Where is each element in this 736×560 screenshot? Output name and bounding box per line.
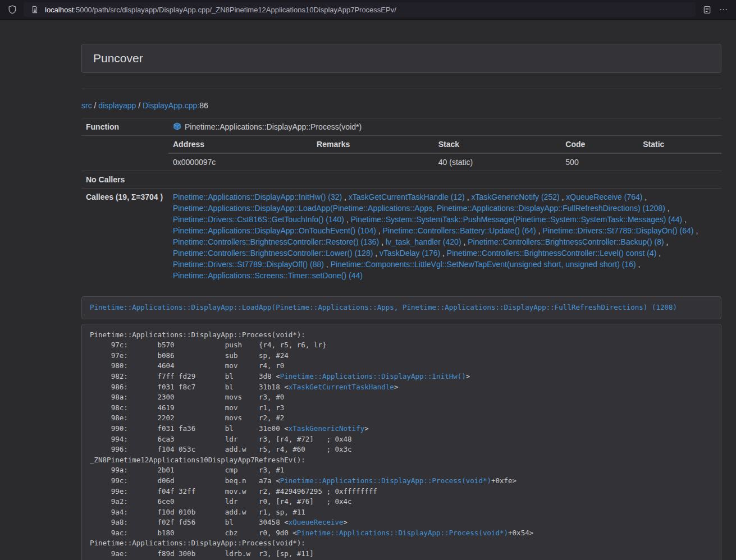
symbol-type-icon [173,122,181,131]
callee-separator: , [376,226,383,235]
callee-separator: , [664,237,669,246]
breadcrumb-link[interactable]: displayapp [98,101,136,110]
symbol-link[interactable]: Pinetime::Applications::DisplayApp::Proc… [297,529,508,537]
function-label: Function [81,118,168,136]
callee-separator: , [642,192,647,201]
page-title: Puncover [93,52,143,65]
callee-link[interactable]: Pinetime::Controllers::BrightnessControl… [173,249,373,258]
callee-link[interactable]: Pinetime::Applications::Screens::Timer::… [173,271,363,280]
callees-list: Pinetime::Applications::DisplayApp::Init… [168,189,721,284]
reader-view-icon[interactable] [701,4,712,15]
callee-separator: , [536,226,543,235]
address-row: 0x0000097c 40 (static) 500 [168,153,721,171]
callee-link[interactable]: lv_task_handler (420) [386,237,461,246]
page-content: Puncover src / displayapp / DisplayApp.c… [81,44,721,560]
callee-link[interactable]: Pinetime::Controllers::BrightnessControl… [468,237,664,246]
column-remarks: Remarks [312,136,434,153]
callee-link[interactable]: Pinetime::Controllers::BrightnessControl… [173,237,379,246]
tracking-protection-shield-icon[interactable] [7,4,18,15]
breadcrumb-separator: / [92,101,99,110]
callee-link[interactable]: vTaskDelay (176) [380,249,440,258]
callee-link[interactable]: Pinetime::Controllers::BrightnessControl… [447,249,656,258]
callee-link[interactable]: Pinetime::Applications::DisplayApp::Init… [173,192,342,201]
symbol-link[interactable]: Pinetime::Applications::DisplayApp::Proc… [280,476,491,485]
callee-separator: , [636,260,641,269]
breadcrumb-separator: / [136,101,143,110]
callee-link[interactable]: Pinetime::Applications::DisplayApp::Load… [173,204,665,213]
breadcrumb-link[interactable]: DisplayApp.cpp: [143,101,199,110]
browser-toolbar: localhost:5000/path/src/displayapp/Displ… [0,0,736,20]
address-value: 0x0000097c [168,153,312,171]
callee-link[interactable]: Pinetime::Controllers::Battery::Update()… [383,226,536,235]
callee-link[interactable]: xTaskGenericNotify (252) [471,192,559,201]
callee-link[interactable]: Pinetime::System::SystemTask::PushMessag… [351,215,683,224]
callee-separator: , [342,192,349,201]
function-table: Function Pinetime::Applications::Display… [81,118,721,284]
url-path: :5000/path/src/displayapp/DisplayApp.cpp… [74,6,396,14]
breadcrumb: src / displayapp / DisplayApp.cpp:86 [81,100,721,111]
callee-link[interactable]: xTaskGetCurrentTaskHandle (12) [349,192,465,201]
symbol-link[interactable]: Pinetime::Applications::DisplayApp::Init… [280,372,466,380]
no-callers-row: No Callers [81,171,721,189]
static-value [638,153,721,171]
code-size-value: 500 [561,153,638,171]
callee-link[interactable]: Pinetime::Drivers::St7789::DisplayOn() (… [542,226,693,235]
disassembly: Pinetime::Applications::DisplayApp::Proc… [81,324,721,560]
callees-row: Callees (19, Σ=3704 ) Pinetime::Applicat… [81,189,721,284]
callee-link[interactable]: Pinetime::Drivers::Cst816S::GetTouchInfo… [173,215,344,224]
callee-separator: , [560,192,566,201]
url-bar[interactable]: localhost:5000/path/src/displayapp/Displ… [24,2,696,17]
menu-icon[interactable]: ⋯ [718,4,729,15]
callee-link[interactable]: Pinetime::Components::LittleVgl::SetNewT… [331,260,636,269]
callee-separator: , [344,215,351,224]
symbol-link[interactable]: xTaskGetCurrentTaskHandle [289,383,394,391]
breadcrumb-link[interactable]: src [81,101,92,110]
callees-label: Callees (19, Σ=3704 ) [81,189,168,284]
stack-value: 40 (static) [434,153,561,171]
callee-separator: , [373,249,380,258]
callee-separator: , [324,260,331,269]
callee-separator: , [694,226,698,235]
callee-separator: , [465,192,472,201]
column-static: Static [638,136,721,153]
callee-separator: , [665,204,670,213]
callee-link[interactable]: xQueueReceive (764) [566,192,642,201]
no-callers-cell [168,171,721,189]
no-callers-label: No Callers [81,171,168,189]
callee-separator: , [379,237,386,246]
url-host: localhost [45,6,74,14]
header-divider [81,89,721,89]
address-table: Address Remarks Stack Code Static 0x0000… [168,136,721,171]
function-row: Function Pinetime::Applications::Display… [81,118,721,136]
callee-link[interactable]: Pinetime::Applications::DisplayApp::OnTo… [173,226,376,235]
column-address: Address [168,136,312,153]
symbol-link[interactable]: xTaskGenericNotify [289,424,364,433]
app-header-panel: Puncover [81,44,721,73]
url-text: localhost:5000/path/src/displayapp/Displ… [45,6,396,14]
callee-separator: , [656,249,661,258]
callee-link[interactable]: Pinetime::Drivers::St7789::DisplayOff() … [173,260,324,269]
column-stack: Stack [434,136,561,153]
line-number: 86 [199,101,208,110]
current-line-box: Pinetime::Applications::DisplayApp::Load… [81,296,721,319]
callee-separator: , [461,237,468,246]
remarks-value [312,153,434,171]
function-name: Pinetime::Applications::DisplayApp::Proc… [185,122,362,131]
column-code: Code [561,136,638,153]
current-line-link[interactable]: Pinetime::Applications::DisplayApp::Load… [90,303,677,311]
symbol-link[interactable]: xQueueReceive [289,518,344,526]
details-row: Address Remarks Stack Code Static 0x0000… [81,136,721,171]
callee-separator: , [440,249,447,258]
page-info-icon[interactable] [29,4,40,15]
callee-separator: , [682,215,687,224]
details-label-empty [81,136,168,171]
address-table-header: Address Remarks Stack Code Static [168,136,721,153]
